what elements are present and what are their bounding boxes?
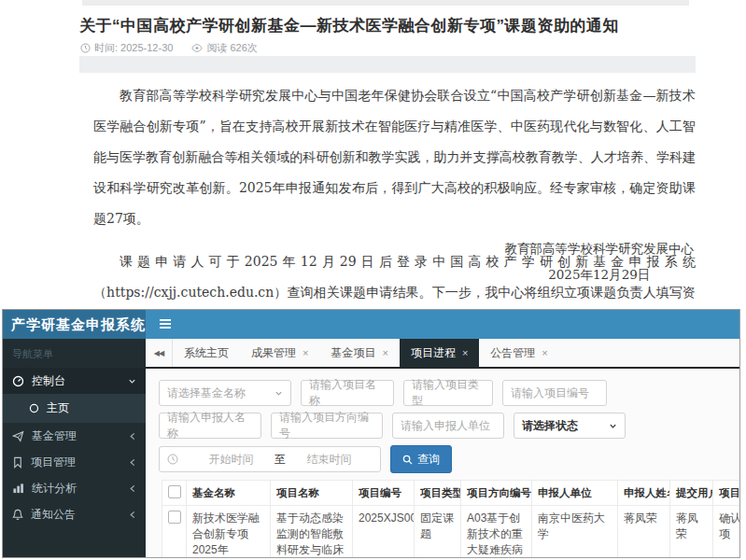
sidebar-submenu-console: 主页 xyxy=(3,394,146,423)
sidebar-item-statistics[interactable]: 统计分析 xyxy=(3,475,146,501)
sidebar-item-label: 统计分析 xyxy=(32,481,77,497)
sidebar-item-home[interactable]: 主页 xyxy=(3,395,146,422)
signature-date: 2025年12月29日 xyxy=(505,261,695,287)
tab-label: 基金项目 xyxy=(331,345,375,361)
app-brand[interactable]: 产学研基金申报系统 xyxy=(3,310,146,339)
notice-views-text: 阅读 626次 xyxy=(206,41,257,55)
chevron-left-icon xyxy=(129,511,136,519)
input-placeholder: 请输入项目名称 xyxy=(309,377,386,409)
tab-system-home[interactable]: 系统主页 xyxy=(173,339,240,367)
filter-row-3: 开始时间 至 结束时间 查询 xyxy=(159,445,739,473)
row-checkbox[interactable] xyxy=(168,511,181,524)
input-placeholder: 请输入项目编号 xyxy=(511,385,589,401)
page-top-strip xyxy=(82,0,689,6)
cell-applicant-org: 南京中医药大学 xyxy=(532,506,618,559)
select-placeholder: 请选择基金名称 xyxy=(167,385,246,401)
close-icon[interactable]: × xyxy=(542,347,547,358)
tab-label: 系统主页 xyxy=(184,345,229,361)
double-chevron-left-icon: ◀◀ xyxy=(154,349,163,357)
cell-project-type: 固定课题 xyxy=(415,506,461,559)
sidebar-item-label: 控制台 xyxy=(32,373,65,389)
chevron-down-icon xyxy=(274,389,283,398)
hamburger-menu-icon xyxy=(158,317,173,330)
send-icon xyxy=(12,430,24,442)
date-range-input[interactable]: 开始时间 至 结束时间 xyxy=(159,446,381,472)
select-all-checkbox[interactable] xyxy=(168,485,181,498)
notice-meta: 时间: 2025-12-30 阅读 626次 xyxy=(80,41,258,55)
sidebar-item-project-management[interactable]: 项目管理 xyxy=(3,449,146,475)
sidebar-item-console[interactable]: 控制台 xyxy=(3,368,146,394)
tab-results-management[interactable]: 成果管理 × xyxy=(240,339,319,367)
clock-icon xyxy=(80,43,91,53)
range-separator: 至 xyxy=(274,452,286,468)
col-header: 项目类型 xyxy=(415,481,461,506)
bar-chart-icon xyxy=(12,483,24,494)
tab-bar: ◀◀ 系统主页 成果管理 × 基金项目 × 项目进程 × 公 xyxy=(146,339,739,369)
sidebar-section-label: 导航菜单 xyxy=(3,339,146,368)
search-button-label: 查询 xyxy=(417,452,440,468)
end-time-placeholder: 结束时间 xyxy=(286,452,373,468)
tab-fund-projects[interactable]: 基金项目 × xyxy=(319,339,399,367)
signature-org: 教育部高等学校科学研究发展中心 xyxy=(505,235,695,261)
input-placeholder: 请输入项目方向编号 xyxy=(279,410,374,441)
header-divider-band xyxy=(79,56,696,73)
input-placeholder: 请输入项目类型 xyxy=(412,377,485,409)
notice-time: 时间: 2025-12-30 xyxy=(80,41,173,55)
col-header: 项目方向编号 xyxy=(461,481,532,506)
fund-system-window: 产学研基金申报系统 导航菜单 控制台 xyxy=(2,309,740,558)
sidebar: 导航菜单 控制台 主页 xyxy=(3,339,146,557)
notice-body: 教育部高等学校科学研究发展中心与中国老年保健协会联合设立“中国高校产学研创新基金… xyxy=(93,80,696,339)
project-no-input[interactable]: 请输入项目编号 xyxy=(502,380,607,406)
table-header-row: 基金名称 项目名称 项目编号 项目类型 项目方向编号 申报人单位 申报人姓名 提… xyxy=(162,481,741,506)
col-header: 项目编号 xyxy=(353,481,415,506)
cell-project-status: 确认立项 xyxy=(713,506,741,559)
direction-no-input[interactable]: 请输入项目方向编号 xyxy=(271,413,383,439)
projects-table: 基金名称 项目名称 项目编号 项目类型 项目方向编号 申报人单位 申报人姓名 提… xyxy=(162,480,740,558)
close-icon[interactable]: × xyxy=(303,347,308,358)
chevron-down-icon xyxy=(609,422,617,430)
project-type-input[interactable]: 请输入项目类型 xyxy=(403,380,493,406)
applicant-name-input[interactable]: 请输入申报人名称 xyxy=(159,413,261,439)
search-button[interactable]: 查询 xyxy=(390,445,452,473)
sidebar-item-label: 通知公告 xyxy=(31,507,76,523)
search-filters: 请选择基金名称 请输入项目名称 请输入项目类型 请输入项目编号 xyxy=(146,369,739,473)
table-row: 新技术医学融合创新专项2025年 基于动态感染监测的智能敷料研发与临床转化应用 … xyxy=(162,506,741,559)
cell-submit-user: 蒋凤荣 xyxy=(670,506,713,559)
eye-icon xyxy=(191,43,203,53)
tab-label: 成果管理 xyxy=(251,345,296,361)
circle-o-icon xyxy=(29,403,39,413)
sidebar-toggle-button[interactable] xyxy=(158,317,173,330)
fund-name-select[interactable]: 请选择基金名称 xyxy=(159,380,291,406)
close-icon[interactable]: × xyxy=(382,347,387,358)
screenshot-root: 关于“中国高校产学研创新基金—新技术医学融合创新专项”课题资助的通知 时间: 2… xyxy=(0,0,746,560)
bell-icon xyxy=(12,509,23,521)
tabs-scroll-left-button[interactable]: ◀◀ xyxy=(146,339,173,367)
project-name-input[interactable]: 请输入项目名称 xyxy=(301,380,394,406)
sidebar-item-label: 基金管理 xyxy=(32,428,77,444)
notice-title: 关于“中国高校产学研创新基金—新技术医学融合创新专项”课题资助的通知 xyxy=(79,15,686,36)
sidebar-item-fund-management[interactable]: 基金管理 xyxy=(3,423,146,449)
col-header: 提交用户 xyxy=(670,481,713,506)
tab-project-progress[interactable]: 项目进程 × xyxy=(400,339,479,367)
cell-fund-name: 新技术医学融合创新专项2025年 xyxy=(187,506,271,559)
applicant-org-input[interactable]: 请输入申报人单位 xyxy=(392,413,504,439)
sidebar-item-label: 主页 xyxy=(47,400,69,416)
close-icon[interactable]: × xyxy=(462,347,468,358)
col-header: 申报人单位 xyxy=(532,481,618,506)
tab-announcement-management[interactable]: 公告管理 × xyxy=(479,339,558,367)
chevron-left-icon xyxy=(129,458,136,467)
top-navbar xyxy=(146,310,739,339)
sidebar-item-announcements[interactable]: 通知公告 xyxy=(3,501,146,527)
notice-article: 关于“中国高校产学研创新基金—新技术医学融合创新专项”课题资助的通知 时间: 2… xyxy=(0,0,746,308)
clock-icon xyxy=(167,454,178,465)
notice-time-text: 时间: 2025-12-30 xyxy=(94,41,173,55)
sidebar-item-label: 项目管理 xyxy=(31,455,76,470)
select-value: 请选择状态 xyxy=(522,418,578,434)
notice-signature: 教育部高等学校科学研究发展中心 2025年12月29日 xyxy=(505,235,695,287)
status-select[interactable]: 请选择状态 xyxy=(514,413,626,439)
col-header: 申报人姓名 xyxy=(618,481,670,506)
chevron-left-icon xyxy=(129,484,136,493)
notice-paragraph-1: 教育部高等学校科学研究发展中心与中国老年保健协会联合设立“中国高校产学研创新基金… xyxy=(93,80,696,234)
filter-row-1: 请选择基金名称 请输入项目名称 请输入项目类型 请输入项目编号 xyxy=(159,380,739,406)
search-icon xyxy=(402,455,413,465)
